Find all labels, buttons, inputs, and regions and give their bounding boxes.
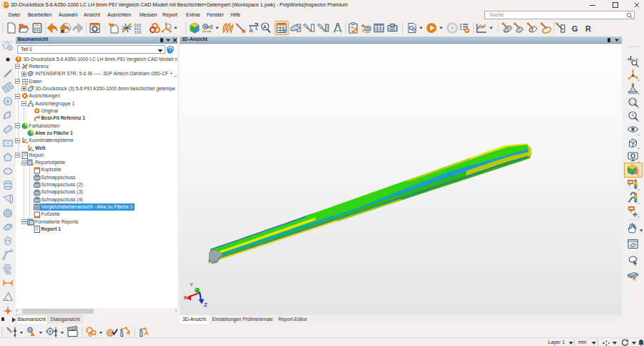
svg-text:R: R (585, 24, 591, 33)
svg-text:A: A (263, 24, 267, 29)
svg-text:X: X (184, 294, 187, 300)
svg-text:Z: Z (204, 302, 208, 308)
svg-text:110: 110 (135, 30, 142, 35)
svg-text:Y: Y (190, 282, 193, 288)
svg-text:G: G (572, 24, 578, 33)
